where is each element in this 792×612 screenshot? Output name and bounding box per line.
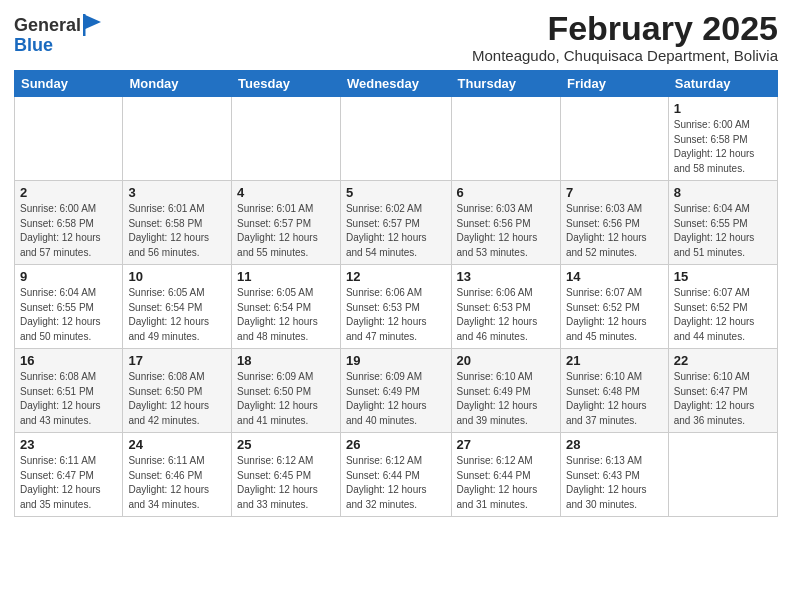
day-info: Sunrise: 6:04 AM Sunset: 6:55 PM Dayligh…: [674, 202, 772, 260]
logo-blue: Blue: [14, 35, 53, 55]
day-number: 8: [674, 185, 772, 200]
calendar-cell: 8Sunrise: 6:04 AM Sunset: 6:55 PM Daylig…: [668, 181, 777, 265]
calendar-cell: [451, 97, 560, 181]
day-info: Sunrise: 6:03 AM Sunset: 6:56 PM Dayligh…: [566, 202, 663, 260]
calendar-cell: 13Sunrise: 6:06 AM Sunset: 6:53 PM Dayli…: [451, 265, 560, 349]
day-info: Sunrise: 6:08 AM Sunset: 6:51 PM Dayligh…: [20, 370, 117, 428]
day-header-sunday: Sunday: [15, 71, 123, 97]
day-number: 6: [457, 185, 555, 200]
calendar-cell: 7Sunrise: 6:03 AM Sunset: 6:56 PM Daylig…: [560, 181, 668, 265]
day-info: Sunrise: 6:09 AM Sunset: 6:50 PM Dayligh…: [237, 370, 335, 428]
subtitle: Monteagudo, Chuquisaca Department, Boliv…: [472, 47, 778, 64]
day-number: 19: [346, 353, 446, 368]
day-info: Sunrise: 6:13 AM Sunset: 6:43 PM Dayligh…: [566, 454, 663, 512]
calendar-cell: 19Sunrise: 6:09 AM Sunset: 6:49 PM Dayli…: [340, 349, 451, 433]
day-info: Sunrise: 6:03 AM Sunset: 6:56 PM Dayligh…: [457, 202, 555, 260]
day-info: Sunrise: 6:00 AM Sunset: 6:58 PM Dayligh…: [20, 202, 117, 260]
day-info: Sunrise: 6:12 AM Sunset: 6:44 PM Dayligh…: [457, 454, 555, 512]
calendar-cell: 24Sunrise: 6:11 AM Sunset: 6:46 PM Dayli…: [123, 433, 232, 517]
calendar-cell: [668, 433, 777, 517]
day-info: Sunrise: 6:11 AM Sunset: 6:46 PM Dayligh…: [128, 454, 226, 512]
day-info: Sunrise: 6:12 AM Sunset: 6:45 PM Dayligh…: [237, 454, 335, 512]
day-info: Sunrise: 6:09 AM Sunset: 6:49 PM Dayligh…: [346, 370, 446, 428]
calendar-week-5: 23Sunrise: 6:11 AM Sunset: 6:47 PM Dayli…: [15, 433, 778, 517]
calendar-cell: 5Sunrise: 6:02 AM Sunset: 6:57 PM Daylig…: [340, 181, 451, 265]
day-info: Sunrise: 6:10 AM Sunset: 6:49 PM Dayligh…: [457, 370, 555, 428]
day-number: 10: [128, 269, 226, 284]
day-number: 15: [674, 269, 772, 284]
calendar-cell: 16Sunrise: 6:08 AM Sunset: 6:51 PM Dayli…: [15, 349, 123, 433]
day-number: 9: [20, 269, 117, 284]
calendar-week-4: 16Sunrise: 6:08 AM Sunset: 6:51 PM Dayli…: [15, 349, 778, 433]
day-info: Sunrise: 6:02 AM Sunset: 6:57 PM Dayligh…: [346, 202, 446, 260]
day-number: 3: [128, 185, 226, 200]
calendar-cell: 14Sunrise: 6:07 AM Sunset: 6:52 PM Dayli…: [560, 265, 668, 349]
day-info: Sunrise: 6:12 AM Sunset: 6:44 PM Dayligh…: [346, 454, 446, 512]
day-number: 23: [20, 437, 117, 452]
calendar-cell: 26Sunrise: 6:12 AM Sunset: 6:44 PM Dayli…: [340, 433, 451, 517]
calendar-cell: [340, 97, 451, 181]
calendar-cell: 15Sunrise: 6:07 AM Sunset: 6:52 PM Dayli…: [668, 265, 777, 349]
calendar-cell: 3Sunrise: 6:01 AM Sunset: 6:58 PM Daylig…: [123, 181, 232, 265]
svg-rect-1: [83, 14, 86, 36]
calendar-cell: 10Sunrise: 6:05 AM Sunset: 6:54 PM Dayli…: [123, 265, 232, 349]
day-info: Sunrise: 6:08 AM Sunset: 6:50 PM Dayligh…: [128, 370, 226, 428]
svg-marker-0: [83, 14, 101, 30]
day-number: 20: [457, 353, 555, 368]
calendar-cell: 11Sunrise: 6:05 AM Sunset: 6:54 PM Dayli…: [232, 265, 341, 349]
day-number: 2: [20, 185, 117, 200]
day-number: 7: [566, 185, 663, 200]
calendar-cell: 12Sunrise: 6:06 AM Sunset: 6:53 PM Dayli…: [340, 265, 451, 349]
day-info: Sunrise: 6:10 AM Sunset: 6:47 PM Dayligh…: [674, 370, 772, 428]
calendar-cell: 20Sunrise: 6:10 AM Sunset: 6:49 PM Dayli…: [451, 349, 560, 433]
day-info: Sunrise: 6:06 AM Sunset: 6:53 PM Dayligh…: [346, 286, 446, 344]
header: General Blue February 2025 Monteagudo, C…: [14, 10, 778, 64]
day-header-tuesday: Tuesday: [232, 71, 341, 97]
calendar-week-2: 2Sunrise: 6:00 AM Sunset: 6:58 PM Daylig…: [15, 181, 778, 265]
calendar-cell: 23Sunrise: 6:11 AM Sunset: 6:47 PM Dayli…: [15, 433, 123, 517]
calendar-cell: 17Sunrise: 6:08 AM Sunset: 6:50 PM Dayli…: [123, 349, 232, 433]
day-info: Sunrise: 6:07 AM Sunset: 6:52 PM Dayligh…: [566, 286, 663, 344]
day-number: 21: [566, 353, 663, 368]
calendar-cell: 1Sunrise: 6:00 AM Sunset: 6:58 PM Daylig…: [668, 97, 777, 181]
day-info: Sunrise: 6:01 AM Sunset: 6:58 PM Dayligh…: [128, 202, 226, 260]
day-number: 4: [237, 185, 335, 200]
calendar-cell: 28Sunrise: 6:13 AM Sunset: 6:43 PM Dayli…: [560, 433, 668, 517]
calendar-cell: 9Sunrise: 6:04 AM Sunset: 6:55 PM Daylig…: [15, 265, 123, 349]
calendar-cell: 2Sunrise: 6:00 AM Sunset: 6:58 PM Daylig…: [15, 181, 123, 265]
day-info: Sunrise: 6:05 AM Sunset: 6:54 PM Dayligh…: [237, 286, 335, 344]
calendar-cell: 21Sunrise: 6:10 AM Sunset: 6:48 PM Dayli…: [560, 349, 668, 433]
day-number: 16: [20, 353, 117, 368]
calendar-cell: 25Sunrise: 6:12 AM Sunset: 6:45 PM Dayli…: [232, 433, 341, 517]
calendar-cell: [560, 97, 668, 181]
day-number: 28: [566, 437, 663, 452]
calendar-cell: 27Sunrise: 6:12 AM Sunset: 6:44 PM Dayli…: [451, 433, 560, 517]
calendar-table: SundayMondayTuesdayWednesdayThursdayFrid…: [14, 70, 778, 517]
day-info: Sunrise: 6:04 AM Sunset: 6:55 PM Dayligh…: [20, 286, 117, 344]
day-number: 14: [566, 269, 663, 284]
title-area: February 2025 Monteagudo, Chuquisaca Dep…: [472, 10, 778, 64]
day-number: 11: [237, 269, 335, 284]
day-header-wednesday: Wednesday: [340, 71, 451, 97]
month-title: February 2025: [472, 10, 778, 47]
day-number: 22: [674, 353, 772, 368]
calendar-cell: [232, 97, 341, 181]
page: General Blue February 2025 Monteagudo, C…: [0, 0, 792, 531]
day-number: 27: [457, 437, 555, 452]
day-header-saturday: Saturday: [668, 71, 777, 97]
day-number: 12: [346, 269, 446, 284]
calendar-cell: 18Sunrise: 6:09 AM Sunset: 6:50 PM Dayli…: [232, 349, 341, 433]
day-info: Sunrise: 6:10 AM Sunset: 6:48 PM Dayligh…: [566, 370, 663, 428]
day-info: Sunrise: 6:05 AM Sunset: 6:54 PM Dayligh…: [128, 286, 226, 344]
logo: General Blue: [14, 16, 101, 56]
calendar-cell: 6Sunrise: 6:03 AM Sunset: 6:56 PM Daylig…: [451, 181, 560, 265]
day-number: 25: [237, 437, 335, 452]
day-info: Sunrise: 6:11 AM Sunset: 6:47 PM Dayligh…: [20, 454, 117, 512]
calendar-cell: 22Sunrise: 6:10 AM Sunset: 6:47 PM Dayli…: [668, 349, 777, 433]
day-number: 26: [346, 437, 446, 452]
day-number: 5: [346, 185, 446, 200]
day-number: 17: [128, 353, 226, 368]
calendar-header-row: SundayMondayTuesdayWednesdayThursdayFrid…: [15, 71, 778, 97]
day-info: Sunrise: 6:06 AM Sunset: 6:53 PM Dayligh…: [457, 286, 555, 344]
calendar-cell: 4Sunrise: 6:01 AM Sunset: 6:57 PM Daylig…: [232, 181, 341, 265]
